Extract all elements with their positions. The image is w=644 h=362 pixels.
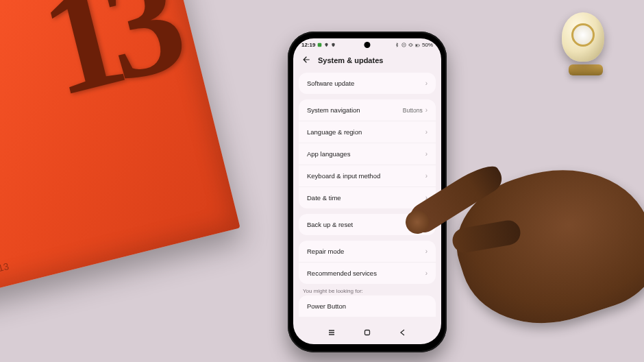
page-title: System & updates	[318, 56, 383, 64]
bluetooth-icon	[395, 43, 399, 47]
phone-screen: 12:19	[293, 38, 441, 344]
svg-rect-12	[365, 330, 370, 335]
chevron-right-icon: ›	[425, 150, 428, 158]
dnd-icon	[401, 43, 406, 47]
vibrate-icon	[408, 43, 413, 47]
svg-rect-0	[318, 43, 322, 47]
desk-clock	[562, 12, 610, 81]
hint-title: You might be looking for:	[293, 284, 441, 295]
settings-list: Software update › System navigation Butt…	[293, 73, 441, 284]
group-software: Software update ›	[299, 73, 436, 94]
row-recommended-services[interactable]: Recommended services ›	[299, 263, 436, 284]
hint-item-label: Power Button	[307, 302, 346, 310]
phone-frame: 12:19	[288, 32, 447, 352]
row-language-region[interactable]: Language & region ›	[299, 121, 436, 143]
status-left: 12:19	[301, 42, 336, 48]
row-keyboard-input[interactable]: Keyboard & input method ›	[299, 165, 436, 187]
location-icon	[324, 43, 329, 47]
box-side-text: oneplus 13	[0, 261, 10, 282]
row-value: Buttons	[403, 107, 423, 114]
svg-rect-7	[419, 45, 420, 47]
chevron-right-icon: ›	[425, 269, 428, 277]
status-app-icon	[317, 43, 322, 47]
chevron-right-icon: ›	[425, 80, 428, 87]
row-label: Back up & reset	[307, 221, 353, 228]
hint-item-power-button[interactable]: Power Button	[299, 295, 436, 317]
system-nav-bar	[293, 324, 441, 341]
back-button[interactable]	[398, 328, 408, 337]
page-header: System & updates	[293, 49, 441, 73]
row-label: App languages	[307, 150, 350, 158]
shield-icon	[331, 43, 336, 47]
row-software-update[interactable]: Software update ›	[299, 73, 436, 94]
clock-base	[569, 64, 603, 75]
chevron-right-icon: ›	[425, 106, 428, 114]
clock-face	[571, 23, 595, 47]
svg-rect-8	[416, 45, 417, 47]
row-label: Language & region	[307, 128, 362, 136]
row-label: System navigation	[307, 106, 360, 114]
battery-icon	[415, 43, 420, 47]
group-repair: Repair mode › Recommended services ›	[299, 241, 436, 284]
recents-button[interactable]	[327, 328, 336, 337]
row-label: Repair mode	[307, 248, 344, 255]
group-system: System navigation Buttons › Language & r…	[299, 99, 436, 208]
svg-rect-3	[410, 43, 412, 46]
home-button[interactable]	[362, 328, 372, 337]
clock-body	[562, 12, 604, 62]
row-date-time[interactable]: Date & time ›	[299, 187, 436, 208]
battery-percent: 50%	[422, 42, 433, 48]
row-label: Recommended services	[307, 269, 377, 277]
chevron-right-icon: ›	[425, 172, 428, 180]
row-label: Keyboard & input method	[307, 172, 380, 180]
row-label: Date & time	[307, 194, 341, 202]
row-app-languages[interactable]: App languages ›	[299, 143, 436, 165]
status-time: 12:19	[301, 42, 315, 48]
front-camera-hole	[364, 42, 371, 48]
chevron-right-icon: ›	[425, 248, 428, 255]
row-repair-mode[interactable]: Repair mode ›	[299, 241, 436, 263]
row-system-navigation[interactable]: System navigation Buttons ›	[299, 99, 436, 121]
box-number-text: 13	[26, 0, 188, 132]
row-label: Software update	[307, 80, 354, 87]
back-arrow-icon[interactable]	[301, 55, 311, 66]
status-right: 50%	[395, 42, 433, 48]
chevron-right-icon: ›	[425, 128, 428, 136]
product-box: 13 oneplus 13	[0, 0, 240, 298]
